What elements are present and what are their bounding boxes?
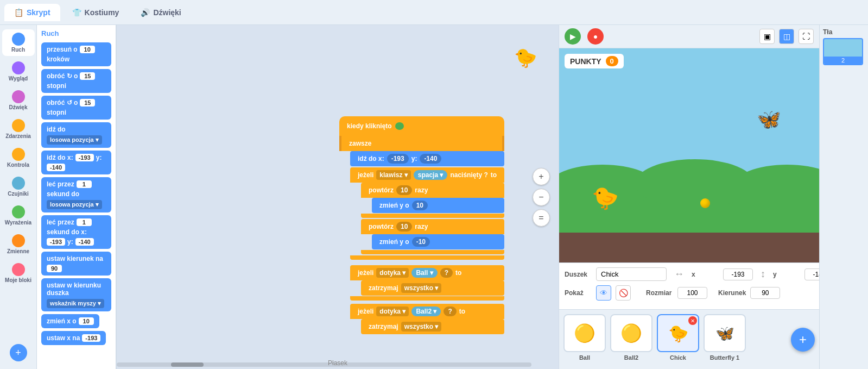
end-powtorz-1 [361, 214, 504, 218]
block-zmien-y-10[interactable]: zmień y o 10 [372, 198, 504, 213]
category-wyrazenia[interactable]: Wyrażenia [2, 202, 35, 229]
duszek-label: Duszek [565, 271, 592, 278]
horizontal-scrollbar[interactable] [117, 362, 531, 367]
block-zmien-x[interactable]: zmień x o 10 [41, 314, 99, 328]
end-if-ball [350, 296, 504, 301]
block-lec-przez-xy[interactable]: leć przez 1 sekund do x: -193 y: -140 [41, 215, 111, 249]
category-wyglad[interactable]: Wygląd [2, 58, 35, 85]
category-zmienne[interactable]: Zmienne [2, 231, 35, 258]
scene-number: 2 [824, 57, 862, 64]
stage: PUNKTY 0 🐤 🦋 [559, 48, 819, 262]
wyrazenia-dot [12, 205, 25, 218]
block-idz-do-xy[interactable]: idź do x: -193 y: -140 [41, 151, 111, 174]
score-value: 0 [606, 56, 618, 66]
dzwiek-label: Dźwięk [9, 104, 28, 110]
x-value-input[interactable] [723, 268, 753, 280]
sprite-name-input[interactable] [596, 267, 667, 281]
block-ustaw-w-kierunku[interactable]: ustaw w kierunku duszka wskaźnik myszy ▾ [41, 278, 111, 311]
tab-dzwieki[interactable]: 🔊 Dźwięki [131, 4, 191, 21]
small-stage-button[interactable]: ▣ [759, 29, 775, 44]
direction-label: Kierunek [718, 289, 746, 297]
y-label: y [773, 271, 800, 278]
sprite-ball[interactable]: 🟡 Ball [563, 314, 606, 361]
add-block-button[interactable]: + [10, 344, 27, 361]
sprite-butterfly[interactable]: 🦋 Butterfly 1 [704, 314, 746, 361]
hat-block[interactable]: kiedy kliknięto [339, 116, 504, 136]
chick-emoji: 🐤 [668, 324, 688, 343]
zmienne-label: Zmienne [7, 248, 29, 254]
category-kontrola[interactable]: Kontrola [2, 145, 35, 171]
tab-kostiumy-label: Kostiumy [85, 8, 119, 17]
tab-kostiumy[interactable]: 👕 Kostiumy [62, 4, 129, 21]
show-hidden-button[interactable]: 🚫 [616, 285, 631, 301]
zoom-reset-button[interactable]: = [533, 209, 550, 227]
show-visible-button[interactable]: 👁 [596, 285, 611, 301]
wyrazenia-label: Wyrażenia [5, 220, 31, 226]
block-ustaw-x[interactable]: ustaw x na -193 [41, 331, 106, 345]
block-ustaw-kierunek[interactable]: ustaw kierunek na 90 [41, 252, 111, 276]
stop-button[interactable]: ● [587, 28, 604, 45]
canvas-label: Płasek [326, 357, 350, 369]
moje-dot [12, 263, 25, 276]
category-zdarzenia[interactable]: Zdarzenia [2, 116, 35, 142]
block-przesun[interactable]: przesuń o 10 kroków [41, 42, 111, 66]
zoom-out-button[interactable]: − [533, 189, 550, 206]
ball-emoji: 🟡 [574, 323, 595, 343]
czujniki-label: Czujniki [8, 191, 28, 197]
block-powtorz-2[interactable]: powtórz 10 razy [361, 219, 504, 234]
moje-label: Moje bloki [5, 277, 31, 283]
block-if-ball[interactable]: jeżeli dotyka ▾ Ball ▾ ? to [350, 265, 504, 280]
zoom-controls: + − = [533, 168, 550, 227]
block-zatrzymaj-1[interactable]: zatrzymaj wszystko ▾ [361, 280, 504, 296]
block-if-ball2[interactable]: jeżeli dotyka ▾ Ball2 ▾ ? to [350, 304, 504, 319]
zdarzenia-label: Zdarzenia [5, 133, 31, 139]
size-input[interactable] [677, 287, 707, 299]
add-sprite-button[interactable]: + [791, 328, 815, 352]
czujniki-dot [12, 177, 25, 190]
blocks-list: Ruch przesuń o 10 kroków obróć ↻ o 15 st… [37, 25, 116, 369]
sprite-ball2-label: Ball2 [624, 354, 638, 361]
arrow-y-icon: ↕ [761, 268, 765, 280]
sprite-ball-thumb[interactable]: 🟡 [563, 314, 606, 352]
category-ruch[interactable]: Ruch [2, 29, 35, 56]
block-zmien-y-neg10[interactable]: zmień y o -10 [372, 234, 504, 249]
block-if-spacja[interactable]: jeżeli klawisz ▾ spacja ▾ naciśnięty ? t… [350, 167, 504, 183]
sprite-delete-button[interactable]: ✕ [688, 316, 697, 325]
kostiumy-icon: 👕 [72, 8, 81, 17]
block-zawsze[interactable]: zawsze [339, 136, 504, 151]
block-obroc-cw[interactable]: obróć ↻ o 15 stopni [41, 69, 111, 93]
tab-skrypt[interactable]: 📋 Skrypt [4, 4, 60, 21]
scrollbar-thumb[interactable] [171, 362, 204, 367]
scenes-panel: Tła 2 [819, 25, 868, 369]
sprite-ball-label: Ball [579, 354, 590, 361]
block-powtorz-1[interactable]: powtórz 10 razy [361, 183, 504, 198]
scene-thumb[interactable]: 2 [823, 38, 863, 65]
zoom-in-button[interactable]: + [533, 168, 550, 185]
category-moje-bloki[interactable]: Moje bloki [2, 260, 35, 286]
zmienne-dot [12, 234, 25, 247]
sprite-chick[interactable]: ✕ 🐤 Chick [657, 314, 699, 361]
stage-butterfly: 🦋 [757, 108, 781, 131]
size-label: Rozmiar [646, 289, 673, 297]
direction-input[interactable] [750, 287, 780, 299]
normal-stage-button[interactable]: ◫ [779, 29, 794, 44]
sprite-chick-thumb[interactable]: ✕ 🐤 [657, 314, 699, 352]
fullscreen-button[interactable]: ⛶ [799, 29, 814, 44]
category-czujniki[interactable]: Czujniki [2, 173, 35, 200]
sprite-name-row: Duszek ↔ x ↕ y [565, 267, 814, 281]
block-idz-do[interactable]: idź do losowa pozycja ▾ [41, 122, 111, 148]
end-powtorz-2 [361, 250, 504, 254]
block-lec-przez[interactable]: leć przez 1 sekund do losowa pozycja ▾ [41, 177, 111, 212]
show-label: Pokaż [565, 289, 592, 297]
canvas-sprite-chick: 🐤 [514, 47, 537, 68]
play-button[interactable]: ▶ [565, 28, 581, 45]
sprite-ball2-thumb[interactable]: 🟡 [610, 314, 652, 352]
sprite-butterfly-thumb[interactable]: 🦋 [704, 314, 746, 352]
block-obroc-ccw[interactable]: obróć ↺ o 15 stopni [41, 96, 111, 120]
sprite-ball2[interactable]: 🟡 Ball2 [610, 314, 652, 361]
category-dzwiek[interactable]: Dźwięk [2, 87, 35, 114]
section-header: Ruch [41, 29, 111, 37]
sprite-chick-label: Chick [670, 354, 686, 361]
block-idz-do-xy-code[interactable]: idź do x: -193 y: -140 [350, 151, 504, 166]
block-zatrzymaj-2[interactable]: zatrzymaj wszystko ▾ [361, 319, 504, 334]
